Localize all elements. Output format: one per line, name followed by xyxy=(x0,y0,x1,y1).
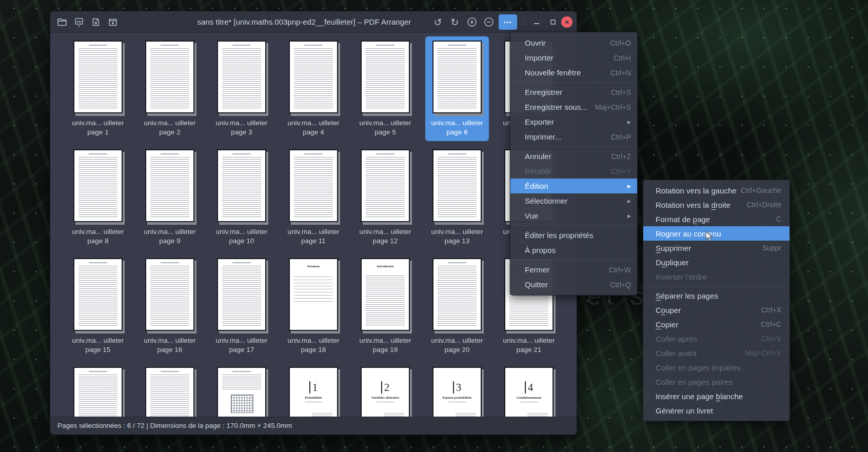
thumbnail-label: univ.ma... uilleterpage 10 xyxy=(215,227,267,246)
menu-item-label: Ouvrir xyxy=(525,38,546,47)
edition-submenu-popup: Rotation vers la gaucheCtrl+GaucheRotati… xyxy=(643,180,790,421)
menu-item-a-propos[interactable]: À propos xyxy=(510,243,637,258)
thumbnail-page-6[interactable]: univ.ma... uilleterpage 6 xyxy=(425,36,489,141)
submenu-item-couper[interactable]: CouperCtrl+X xyxy=(643,303,790,317)
minimize-button[interactable] xyxy=(530,15,543,29)
primary-menu-popup: OuvrirCtrl+OImporterCtrl+INouvelle fenêt… xyxy=(510,32,638,296)
menu-item-label: Séparer les pages xyxy=(656,291,718,300)
thumbnail-label: univ.ma... uilleterpage 21 xyxy=(503,336,555,355)
thumbnail-page-25[interactable]: 1Probabilitésuniv.ma... uilleterpage 25 xyxy=(282,363,345,417)
zoom-out-icon[interactable] xyxy=(481,14,497,30)
thumbnail-page-1[interactable]: univ.ma... uilleterpage 1 xyxy=(66,36,130,141)
thumbnail-page-3[interactable]: univ.ma... uilleterpage 3 xyxy=(210,36,273,141)
thumbnail-page-11[interactable]: univ.ma... uilleterpage 11 xyxy=(282,145,345,250)
menu-item-retablir[interactable]: RétablirCtrl+Y xyxy=(510,164,637,179)
submenu-item-coller-avant[interactable]: Coller avantMaj+Ctrl+V xyxy=(643,346,790,360)
menu-item-label: Enregistrer sous... xyxy=(525,103,587,111)
thumbnail-page-12[interactable]: univ.ma... uilleterpage 12 xyxy=(353,145,417,250)
menu-separator xyxy=(510,225,637,226)
submenu-item-dupliquer[interactable]: Dupliquer xyxy=(643,255,790,269)
menu-item-label: Quitter xyxy=(525,280,548,289)
submenu-item-format-de-page[interactable]: Format de pageC xyxy=(643,212,790,226)
thumbnail-page-20[interactable]: univ.ma... uilleterpage 20 xyxy=(425,254,489,359)
thumbnail-page-27[interactable]: 3Espaces probabilisésuniv.ma... uilleter… xyxy=(425,363,489,417)
menu-item-accelerator: Maj+Ctrl+V xyxy=(745,349,781,357)
menu-item-vue[interactable]: Vue▶ xyxy=(510,208,637,223)
thumbnail-page-24[interactable]: univ.ma... uilleterpage 24 xyxy=(210,363,273,417)
submenu-item-supprimer[interactable]: SupprimerSuppr xyxy=(643,241,790,255)
menu-item-label: Coller après xyxy=(656,335,697,343)
menu-item-fermer[interactable]: FermerCtrl+W xyxy=(510,262,637,277)
menu-item-enregistrer-sous[interactable]: Enregistrer sous...Maj+Ctrl+S xyxy=(510,100,637,114)
import-file-icon[interactable] xyxy=(71,14,87,30)
thumbnail-page-13[interactable]: univ.ma... uilleterpage 13 xyxy=(425,145,489,250)
close-button[interactable]: ✕ xyxy=(561,16,573,28)
menu-item-exporter[interactable]: Exporter▶ xyxy=(510,114,637,129)
thumbnail-page-8[interactable]: univ.ma... uilleterpage 8 xyxy=(66,145,130,250)
page-thumbnail-image xyxy=(217,149,266,222)
menu-item-edition[interactable]: Édition▶ xyxy=(510,179,637,193)
thumbnail-page-22[interactable]: univ.ma... uilleterpage 22 xyxy=(66,363,130,417)
menu-item-nouvelle-fenetre[interactable]: Nouvelle fenêtreCtrl+N xyxy=(510,65,637,80)
page-thumbnail-image xyxy=(73,258,123,331)
thumbnail-page-19[interactable]: Introductionuniv.ma... uilleterpage 19 xyxy=(353,254,417,359)
submenu-item-rotation-vers-la-gauche[interactable]: Rotation vers la gaucheCtrl+Gauche xyxy=(643,183,790,198)
thumbnail-label: univ.ma... uilleterpage 18 xyxy=(287,336,339,355)
restore-button[interactable] xyxy=(546,15,560,29)
open-folder-icon[interactable] xyxy=(54,14,70,30)
menu-item-editer-les-proprietes[interactable]: Éditer les propriétés xyxy=(510,228,637,243)
menu-item-label: Supprimer xyxy=(656,244,691,252)
thumbnail-page-17[interactable]: univ.ma... uilleterpage 17 xyxy=(210,254,273,359)
thumbnail-page-9[interactable]: univ.ma... uilleterpage 9 xyxy=(138,145,202,250)
menu-item-imprimer[interactable]: Imprimer...Ctrl+P xyxy=(510,129,637,144)
menu-item-importer[interactable]: ImporterCtrl+I xyxy=(510,50,637,65)
menu-separator xyxy=(510,260,637,260)
menu-separator xyxy=(643,286,790,286)
thumbnail-page-23[interactable]: univ.ma... uilleterpage 23 xyxy=(138,363,202,417)
menu-item-ouvrir[interactable]: OuvrirCtrl+O xyxy=(510,35,637,50)
submenu-item-separer-les-pages[interactable]: Séparer les pages xyxy=(643,288,790,303)
submenu-item-copier[interactable]: CopierCtrl+C xyxy=(643,317,790,331)
thumbnail-page-28[interactable]: 4Conditionnementuniv.ma... uilleterpage … xyxy=(497,363,561,417)
hamburger-menu-button[interactable]: ••• xyxy=(499,14,517,30)
menu-item-annuler[interactable]: AnnulerCtrl+Z xyxy=(510,149,637,164)
menu-item-enregistrer[interactable]: EnregistrerCtrl+S xyxy=(510,85,637,100)
submenu-item-inverser-l-ordre[interactable]: Inverser l’ordre xyxy=(643,269,790,284)
thumbnail-page-10[interactable]: univ.ma... uilleterpage 10 xyxy=(210,145,273,250)
thumbnail-page-5[interactable]: univ.ma... uilleterpage 5 xyxy=(353,36,417,141)
thumbnail-page-15[interactable]: univ.ma... uilleterpage 15 xyxy=(66,254,130,359)
thumbnail-page-4[interactable]: univ.ma... uilleterpage 4 xyxy=(282,36,345,141)
zoom-in-icon[interactable] xyxy=(464,14,480,30)
save-as-tray-icon[interactable] xyxy=(105,14,121,30)
menu-item-accelerator: Ctrl+P xyxy=(611,133,631,141)
menu-item-accelerator: Ctrl+W xyxy=(609,266,631,274)
submenu-item-rogner-au-contenu[interactable]: Rogner au contenu xyxy=(643,226,790,241)
rotate-right-icon[interactable]: ↻ xyxy=(447,14,463,30)
page-thumbnail-image xyxy=(145,367,194,417)
thumbnail-page-18[interactable]: Notationsuniv.ma... uilleterpage 18 xyxy=(282,254,345,359)
thumbnail-page-16[interactable]: univ.ma... uilleterpage 16 xyxy=(138,254,202,359)
menu-item-label: Copier xyxy=(656,320,678,329)
page-thumbnail-image xyxy=(73,367,123,417)
thumbnail-grid: univ.ma... uilleterpage 1univ.ma... uill… xyxy=(62,36,565,417)
submenu-item-coller-en-pages-paires[interactable]: Coller en pages paires xyxy=(643,375,790,389)
thumbnail-page-26[interactable]: 2Variables aléatoiresuniv.ma... uilleter… xyxy=(353,363,417,417)
submenu-item-generer-un-livret[interactable]: Générer un livret xyxy=(643,403,790,418)
submenu-item-coller-apres[interactable]: Coller aprèsCtrl+V xyxy=(643,331,790,346)
page-thumbnail-image xyxy=(432,41,482,113)
submenu-item-inserer-une-page-blanche[interactable]: Insérer une page blanche xyxy=(643,389,790,403)
submenu-item-rotation-vers-la-droite[interactable]: Rotation vers la droiteCtrl+Droite xyxy=(643,198,790,212)
rotate-left-icon[interactable]: ↺ xyxy=(430,14,446,30)
desktop: e et solidaire xyxy=(0,0,868,452)
menu-item-selectionner[interactable]: Sélectionner▶ xyxy=(510,193,637,208)
menu-item-label: Coller en pages impaires xyxy=(656,363,741,372)
menu-item-label: Sélectionner xyxy=(525,196,567,205)
page-thumbnail-image xyxy=(289,149,338,222)
thumbnail-label: univ.ma... uilleterpage 5 xyxy=(359,119,411,137)
save-document-icon[interactable] xyxy=(88,14,104,30)
menu-item-quitter[interactable]: QuitterCtrl+Q xyxy=(510,277,637,292)
submenu-item-coller-en-pages-impaires[interactable]: Coller en pages impaires xyxy=(643,360,790,375)
menu-item-accelerator: Ctrl+Z xyxy=(611,152,632,161)
thumbnail-page-2[interactable]: univ.ma... uilleterpage 2 xyxy=(138,36,202,141)
menu-item-accelerator: Ctrl+I xyxy=(614,54,631,62)
